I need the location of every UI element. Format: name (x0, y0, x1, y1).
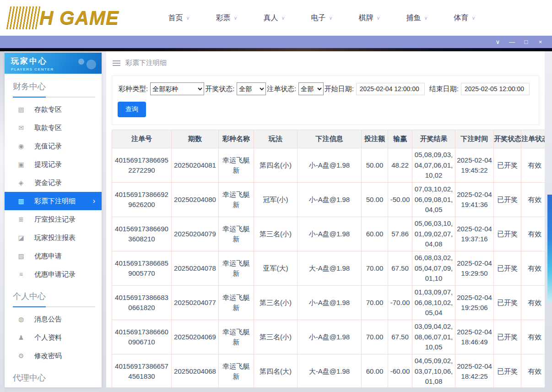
draw-status-select[interactable]: 全部 (237, 82, 266, 95)
table-cell: 401569173866929626200 (112, 183, 172, 217)
sidebar-item-messages[interactable]: ◍消息公告 (5, 310, 102, 328)
nav-item-fishing[interactable]: 捕鱼∨ (393, 13, 441, 23)
table-cell: 20250204068 (172, 354, 219, 388)
table-row: 40156917386685900577020250204078幸运飞艇新亚军(… (112, 251, 545, 286)
sidebar-item-hall-bet-records[interactable]: ≣厅室投注记录 (5, 210, 102, 229)
sidebar-item-recharge-records[interactable]: ◉充值记录 (5, 137, 102, 155)
table-cell: 20250204069 (172, 320, 219, 354)
table-cell: 已开奖 (494, 320, 521, 354)
sidebar-item-withdraw[interactable]: ✉取款专区 (5, 119, 102, 137)
close-button[interactable]: × (533, 36, 547, 48)
table-cell: 2025-02-04 19:37:16 (455, 217, 494, 251)
table-cell: 20250204081 (172, 148, 219, 183)
table-cell: 05,06,03,10,01,09,02,07,04,08 (412, 217, 455, 251)
table-cell: 2025-02-04 19:29:50 (455, 251, 494, 286)
sidebar-item-promo-apply-records[interactable]: ≡优惠申请记录 (5, 265, 102, 283)
start-date-label: 开始日期: (325, 85, 354, 93)
sidebar-item-withdrawal-records[interactable]: ▣提现记录 (5, 155, 102, 174)
sidebar-item-label: 彩票下注明细 (34, 197, 76, 206)
nav-item-lottery[interactable]: 彩票∨ (203, 13, 250, 23)
nav-item-sports[interactable]: 体育∨ (441, 13, 488, 23)
sidebar-item-label: 个人资料 (34, 333, 62, 342)
sidebar-item-label: 资金记录 (34, 179, 62, 187)
end-date-input[interactable] (461, 83, 530, 95)
start-date-input[interactable] (356, 83, 425, 95)
menu-icon[interactable] (113, 59, 120, 67)
table-cell: 小-A盘@1.98 (298, 217, 362, 251)
player-report-icon: ◪ (17, 234, 25, 241)
table-cell: 50.00 (362, 148, 388, 183)
nav-item-label: 捕鱼 (406, 13, 421, 23)
withdrawal-record-icon: ▣ (17, 161, 25, 168)
table-cell: 60.00 (362, 354, 388, 388)
sidebar-item-change-password[interactable]: ⚙修改密码 (5, 347, 102, 365)
sidebar-header: 玩家中心 PLAYERS CENTER (5, 53, 102, 74)
table-cell: 401569173866952272290 (112, 148, 172, 183)
table-cell: 第三名(小) (254, 286, 298, 320)
table-cell: 小-A盘@1.98 (298, 286, 362, 320)
lottery-type-select[interactable]: 全部彩种 (150, 82, 204, 95)
chevron-down-icon: ∨ (471, 15, 475, 21)
filter-panel: 彩种类型: 全部彩种 开奖状态: 全部 注单状态: 全部 开始日期: 结束日期:… (112, 76, 539, 125)
chevron-down-icon: ∨ (186, 15, 189, 21)
column-header: 投注额 (362, 130, 388, 148)
nav-item-chess[interactable]: 棋牌∨ (346, 13, 393, 23)
table-cell: 2025-02-04 18:46:49 (455, 320, 494, 354)
section-header: 代理中心 (5, 365, 102, 387)
column-header: 输赢 (388, 130, 412, 148)
order-status-select[interactable]: 全部 (298, 82, 323, 95)
table-cell: 67.50 (388, 251, 412, 286)
sidebar-item-label: 存款专区 (34, 105, 62, 114)
sidebar-item-profile[interactable]: ♟个人资料 (5, 328, 102, 347)
nav-item-label: 体育 (454, 13, 468, 23)
table-cell: 幸运飞艇新 (219, 251, 254, 286)
column-header: 玩法 (254, 130, 298, 148)
sidebar-item-label: 消息公告 (34, 315, 62, 324)
table-row: 40156917386692962620020250204080幸运飞艇新冠军(… (112, 183, 545, 217)
table-cell: -60.00 (388, 354, 412, 388)
sidebar-item-funds-records[interactable]: ◈资金记录 (5, 174, 102, 192)
table-cell: 20250204080 (172, 183, 219, 217)
withdraw-icon: ✉ (17, 124, 25, 131)
sidebar-item-promo-apply[interactable]: ▧优惠申请 (5, 247, 102, 265)
table-cell: 小-A盘@1.98 (298, 183, 362, 217)
dropdown-button[interactable]: ∨ (491, 36, 505, 48)
table-row: 40156917386657456183020250204068幸运飞艇新第四名… (112, 354, 545, 388)
table-cell: 20250204079 (172, 217, 219, 251)
page-title: 彩票下注明细 (125, 59, 167, 67)
table-cell: 幸运飞艇新 (219, 354, 254, 388)
search-button[interactable]: 查询 (118, 102, 146, 117)
nav-item-label: 彩票 (216, 13, 230, 23)
column-header: 开奖结果 (412, 130, 455, 148)
nav-item-home[interactable]: 首页∨ (155, 13, 203, 23)
minimize-button[interactable]: — (505, 36, 519, 48)
logo-text: H GAME (39, 7, 119, 29)
table-cell: 48.22 (388, 148, 412, 183)
recharge-record-icon: ◉ (17, 142, 25, 150)
table-cell: 2025-02-04 19:25:06 (455, 286, 494, 320)
table-cell: 2025-02-04 19:41:36 (455, 183, 494, 217)
sidebar-item-lottery-bet-details[interactable]: ▥彩票下注明细› (5, 192, 102, 210)
sidebar: 玩家中心 PLAYERS CENTER 财务中心▤存款专区✉取款专区◉充值记录▣… (5, 53, 102, 387)
sidebar-item-player-bet-report[interactable]: ◪玩家投注报表 (5, 229, 102, 247)
table-cell: 大-A盘@1.98 (298, 251, 362, 286)
table-cell: 已开奖 (494, 217, 521, 251)
window-controls: ∨—□× (491, 36, 547, 48)
logo-stripes-graphic (6, 6, 41, 29)
main-panel: 彩票下注明细 彩种类型: 全部彩种 开奖状态: 全部 注单状态: 全部 开始日期… (106, 51, 545, 387)
site-logo: H GAME (8, 4, 130, 32)
sidebar-item-label: 充值记录 (34, 142, 62, 151)
table-cell: 401569173866830661820 (112, 286, 172, 320)
table-cell: 有效 (521, 286, 545, 320)
nav-item-live[interactable]: 真人∨ (250, 13, 298, 23)
table-cell: 401569173866600906710 (112, 320, 172, 354)
table-cell: 有效 (521, 183, 545, 217)
table-cell: 401569173866859005770 (112, 251, 172, 286)
nav-item-slots[interactable]: 电子∨ (298, 13, 346, 23)
maximize-button[interactable]: □ (519, 36, 533, 48)
lottery-bets-icon: ▥ (17, 197, 25, 205)
table-cell: 67.50 (388, 320, 412, 354)
table-row: 40156917386695227229020250204081幸运飞艇新第四名… (112, 148, 545, 183)
sidebar-item-deposit[interactable]: ▤存款专区 (5, 100, 102, 119)
table-cell: 20250204077 (172, 286, 219, 320)
